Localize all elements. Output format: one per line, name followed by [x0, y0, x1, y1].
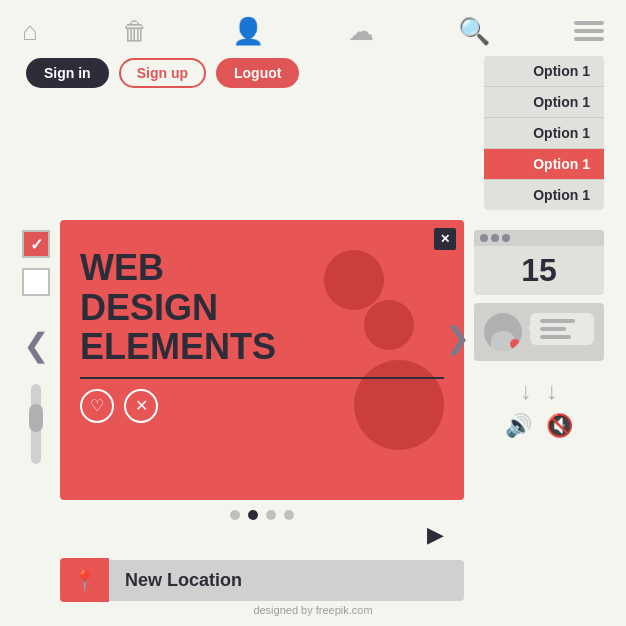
slider-track — [31, 384, 41, 464]
bottom-icons-row-2: 🔊 🔇 — [505, 413, 573, 439]
notification-text-lines — [540, 319, 584, 339]
notification-bubble — [530, 313, 594, 345]
notification-dot — [510, 339, 520, 349]
cal-dot-3 — [502, 234, 510, 242]
card-close-button[interactable]: ✕ — [434, 228, 456, 250]
user-icon[interactable]: 👤 — [232, 18, 264, 44]
calendar-date: 15 — [505, 246, 573, 295]
right-widgets: ❯ 15 — [474, 220, 604, 439]
notif-line-3 — [540, 335, 571, 339]
dropdown-item-5[interactable]: Option 1 — [484, 180, 604, 210]
dropdown-item-4[interactable]: Option 1 — [484, 149, 604, 180]
dropdown-list: Option 1 Option 1 Option 1 Option 1 Opti… — [484, 56, 604, 210]
upload-icon[interactable]: ☁ — [348, 18, 374, 44]
arrow-left-button[interactable]: ❮ — [23, 326, 50, 364]
dot-1[interactable] — [230, 510, 240, 520]
carousel-dots — [60, 510, 464, 520]
location-icon-container: 📍 — [60, 558, 109, 602]
checkbox-empty[interactable] — [22, 268, 50, 296]
cal-dot-1 — [480, 234, 488, 242]
trash-icon[interactable]: 🗑 — [122, 18, 148, 44]
signup-button[interactable]: Sign up — [119, 58, 206, 88]
card-x-button[interactable]: ✕ — [124, 389, 158, 423]
notif-line-1 — [540, 319, 575, 323]
arrow-down-icon-2[interactable]: ↓ — [546, 377, 558, 405]
footer: designed by freepik.com — [0, 604, 626, 616]
cursor-icon: ▶ — [427, 522, 444, 547]
sound-on-icon[interactable]: 🔊 — [505, 413, 532, 439]
dot-4[interactable] — [284, 510, 294, 520]
card-title: WEB DESIGN ELEMENTS — [80, 248, 444, 367]
calendar-header — [474, 230, 604, 246]
notification-avatar — [484, 313, 522, 351]
arrow-down-icon-1[interactable]: ↓ — [520, 377, 532, 405]
cal-dot-2 — [491, 234, 499, 242]
card-divider — [80, 377, 444, 379]
logout-button[interactable]: Loguot — [216, 58, 299, 88]
footer-text: designed by freepik.com — [253, 604, 372, 616]
card-heart-button[interactable]: ♡ — [80, 389, 114, 423]
dropdown-item-3[interactable]: Option 1 — [484, 118, 604, 149]
location-pin-icon: 📍 — [72, 568, 97, 592]
dropdown-item-2[interactable]: Option 1 — [484, 87, 604, 118]
card-actions: ♡ ✕ — [80, 389, 444, 423]
search-icon[interactable]: 🔍 — [458, 18, 490, 44]
calendar-widget: 15 — [474, 230, 604, 295]
home-icon[interactable]: ⌂ — [22, 18, 38, 44]
center-card: ✕ WEB DESIGN ELEMENTS ♡ ✕ — [60, 220, 464, 602]
arrow-right-button[interactable]: ❯ — [445, 320, 470, 355]
slider-thumb[interactable] — [29, 404, 43, 432]
sound-off-icon[interactable]: 🔇 — [546, 413, 573, 439]
card-main: ✕ WEB DESIGN ELEMENTS ♡ ✕ — [60, 220, 464, 500]
location-label: New Location — [109, 560, 464, 601]
dot-2[interactable] — [248, 510, 258, 520]
dot-3[interactable] — [266, 510, 276, 520]
checkbox-checked[interactable] — [22, 230, 50, 258]
left-controls: ❮ — [22, 230, 50, 464]
location-bar: 📍 New Location — [60, 558, 464, 602]
bottom-icons-row-1: ↓ ↓ — [520, 377, 558, 405]
signin-button[interactable]: Sign in — [26, 58, 109, 88]
notif-line-2 — [540, 327, 566, 331]
hamburger-icon[interactable] — [574, 21, 604, 41]
top-icons-row: ⌂ 🗑 👤 ☁ 🔍 — [18, 18, 608, 44]
dropdown-item-1[interactable]: Option 1 — [484, 56, 604, 87]
buttons-row: Sign in Sign up Loguot — [22, 58, 472, 88]
notification-card — [474, 303, 604, 361]
